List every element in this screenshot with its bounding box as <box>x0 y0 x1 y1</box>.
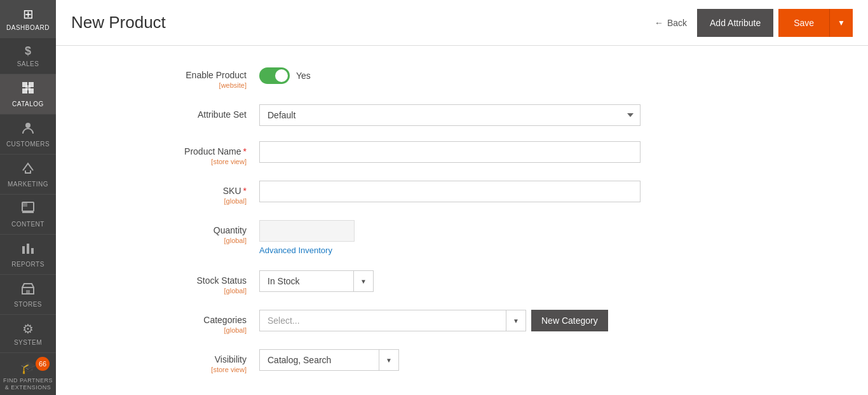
svg-rect-4 <box>29 88 34 94</box>
sku-input[interactable] <box>259 181 641 202</box>
notification-badge: 66 <box>36 357 50 371</box>
system-icon: ⚙ <box>22 321 34 336</box>
sidebar-item-marketing[interactable]: MARKETING <box>0 155 56 195</box>
enable-product-toggle[interactable] <box>259 67 290 84</box>
back-button[interactable]: ← Back <box>654 18 687 28</box>
attribute-set-select[interactable]: Default <box>259 104 641 126</box>
visibility-select[interactable]: Catalog, Search Catalog Search Not Visib… <box>260 350 379 370</box>
add-attribute-button[interactable]: Add Attribute <box>697 9 773 37</box>
stock-status-dropdown-button[interactable]: ▼ <box>353 271 373 291</box>
chevron-down-icon: ▼ <box>386 357 392 364</box>
sku-required-star: * <box>243 186 247 196</box>
product-name-input[interactable] <box>259 141 641 163</box>
svg-rect-3 <box>22 88 27 94</box>
back-label: Back <box>667 18 687 28</box>
quantity-control: Advanced Inventory <box>259 220 641 255</box>
sku-sub-label: [global] <box>132 197 247 205</box>
advanced-inventory-link-wrapper: Advanced Inventory <box>259 246 641 255</box>
product-name-control <box>259 141 641 163</box>
page-header: New Product ← Back Add Attribute Save ▼ <box>56 0 868 46</box>
svg-rect-13 <box>26 290 30 294</box>
back-arrow-icon: ← <box>654 18 663 28</box>
attribute-set-label: Attribute Set <box>132 109 247 120</box>
sidebar-item-catalog[interactable]: CATALOG <box>0 74 56 114</box>
product-name-label-group: Product Name* [store view] <box>132 141 259 165</box>
enable-product-label: Enable Product <box>132 70 247 80</box>
sku-label-group: SKU* [global] <box>132 181 259 205</box>
visibility-label: Visibility <box>132 354 247 364</box>
stock-status-select-wrapper: In Stock Out of Stock ▼ <box>259 270 374 292</box>
stores-icon <box>21 281 35 298</box>
stock-status-label: Stock Status <box>132 275 247 286</box>
save-dropdown-button[interactable]: ▼ <box>830 9 853 37</box>
svg-rect-11 <box>31 248 34 254</box>
categories-select[interactable]: Select... <box>260 310 506 331</box>
categories-label-group: Categories [global] <box>132 310 259 334</box>
sku-control <box>259 181 641 202</box>
required-star: * <box>243 146 247 156</box>
visibility-sub-label: [store view] <box>132 366 247 373</box>
visibility-control: Catalog, Search Catalog Search Not Visib… <box>259 349 641 371</box>
save-button-group: Save ▼ <box>778 9 853 37</box>
quantity-label-group: Quantity [global] <box>132 220 259 244</box>
sidebar-item-dashboard[interactable]: ⊞ DASHBOARD <box>0 0 56 38</box>
categories-select-wrapper: Select... ▼ <box>259 310 526 331</box>
enable-product-value: Yes <box>296 71 311 81</box>
sales-icon: $ <box>25 45 31 58</box>
svg-rect-7 <box>22 202 27 207</box>
sidebar-item-system[interactable]: ⚙ SYSTEM <box>0 315 56 353</box>
advanced-text: Advanced <box>259 246 296 255</box>
customers-icon <box>21 121 35 138</box>
categories-control: Select... ▼ New Category <box>259 310 641 331</box>
content-area: Enable Product [website] Yes Attribute S… <box>56 46 868 395</box>
visibility-row: Visibility [store view] Catalog, Search … <box>132 349 830 373</box>
product-name-label: Product Name* <box>132 146 247 156</box>
visibility-dropdown-button[interactable]: ▼ <box>379 350 398 370</box>
categories-sub-label: [global] <box>132 326 247 334</box>
enable-product-row: Enable Product [website] Yes <box>132 65 830 89</box>
svg-rect-10 <box>27 244 29 254</box>
sku-label: SKU* <box>132 186 247 196</box>
catalog-icon <box>21 81 35 98</box>
product-name-sub-label: [store view] <box>132 158 247 165</box>
save-button[interactable]: Save <box>778 9 830 37</box>
quantity-row: Quantity [global] Advanced Inventory <box>132 220 830 255</box>
sku-row: SKU* [global] <box>132 181 830 205</box>
page-title: New Product <box>71 13 654 32</box>
quantity-label: Quantity <box>132 225 247 235</box>
find-icon: 🎓 <box>20 359 36 375</box>
visibility-select-wrapper: Catalog, Search Catalog Search Not Visib… <box>259 349 399 371</box>
quantity-sub-label: [global] <box>132 237 247 244</box>
sidebar-item-reports[interactable]: REPORTS <box>0 235 56 275</box>
categories-wrapper: Select... ▼ New Category <box>259 310 641 331</box>
content-icon <box>21 201 35 218</box>
attribute-set-label-group: Attribute Set <box>132 104 259 120</box>
svg-point-5 <box>25 123 31 128</box>
svg-rect-9 <box>22 246 25 254</box>
new-category-button[interactable]: New Category <box>531 310 608 331</box>
reports-icon <box>21 241 35 258</box>
enable-product-sub-label: [website] <box>132 81 247 89</box>
categories-label: Categories <box>132 315 247 325</box>
toggle-slider <box>259 67 290 84</box>
sidebar-item-customers[interactable]: CUSTOMERS <box>0 114 56 155</box>
categories-dropdown-button[interactable]: ▼ <box>506 310 526 331</box>
sidebar: ⊞ DASHBOARD $ SALES CATALOG CUSTOMERS <box>0 0 56 395</box>
product-name-row: Product Name* [store view] <box>132 141 830 165</box>
inventory-text: Inventory <box>296 246 332 255</box>
stock-status-select[interactable]: In Stock Out of Stock <box>260 271 353 291</box>
dashboard-icon: ⊞ <box>23 6 34 22</box>
sidebar-item-find[interactable]: 66 🎓 FIND PARTNERS& EXTENSIONS <box>0 353 56 395</box>
sidebar-item-stores[interactable]: STORES <box>0 275 56 315</box>
quantity-input[interactable] <box>259 220 355 242</box>
chevron-down-icon: ▼ <box>513 317 519 324</box>
categories-row: Categories [global] Select... ▼ New Cate… <box>132 310 830 334</box>
header-actions: ← Back Add Attribute Save ▼ <box>654 9 853 37</box>
chevron-down-icon: ▼ <box>837 18 845 27</box>
sidebar-item-content[interactable]: CONTENT <box>0 195 56 235</box>
sidebar-item-sales[interactable]: $ SALES <box>0 38 56 74</box>
toggle-wrapper: Yes <box>259 65 641 84</box>
advanced-inventory-link[interactable]: Advanced Inventory <box>259 246 332 255</box>
attribute-set-control: Default <box>259 104 641 126</box>
stock-status-sub-label: [global] <box>132 287 247 295</box>
